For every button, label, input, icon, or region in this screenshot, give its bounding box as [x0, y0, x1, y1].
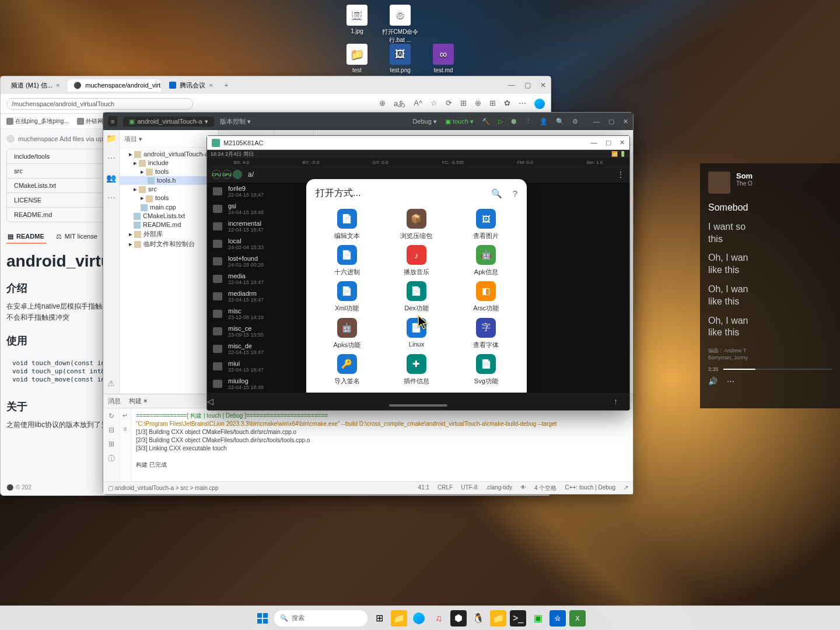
tree-item[interactable]: ▸ tools	[120, 194, 218, 202]
music-panel[interactable]: Som The O Somebod I want so this Oh, I w…	[700, 163, 840, 408]
indent[interactable]: 4 个空格	[534, 484, 556, 492]
build-icon[interactable]: 🔨	[482, 118, 490, 125]
file-item[interactable]: CMakeLists.txt	[7, 178, 105, 193]
progress-bar[interactable]: 3:35	[708, 366, 832, 372]
gesture-handle[interactable]	[389, 404, 447, 407]
path-label[interactable]: a/	[248, 170, 254, 178]
wrap-icon[interactable]: ↵	[123, 412, 128, 419]
taskbar-app[interactable]: 🐧	[470, 610, 487, 626]
more-icon[interactable]: ⋯	[519, 99, 526, 109]
tree-item[interactable]: CMakeLists.txt	[120, 212, 218, 220]
file-item[interactable]: include/tools	[7, 149, 105, 164]
settings-icon[interactable]: ⚙	[572, 118, 578, 125]
open-with-option[interactable]: 🤖Apks功能	[313, 318, 380, 349]
run-button[interactable]: ▷	[498, 118, 503, 125]
favorite-icon[interactable]: ☆	[430, 99, 438, 109]
structure-icon[interactable]: ⋯	[107, 153, 116, 163]
reader-icon[interactable]: aあ	[394, 99, 405, 109]
bookmarks-icon[interactable]: 👥	[106, 173, 116, 183]
search-icon[interactable]: 🔍	[491, 188, 502, 199]
open-with-option[interactable]: ✚插件信息	[383, 354, 450, 386]
build-output[interactable]: ===============[ 构建 | touch | Debug ]===…	[131, 408, 633, 481]
tree-item[interactable]: ▸ android_virtualTouch-a D:\c	[120, 150, 218, 159]
desktop-icon[interactable]: 🖼test.png	[382, 44, 419, 74]
browser-tab[interactable]: ⚫muchenspace/android_virtuallo...×	[68, 79, 161, 92]
project-selector[interactable]: ▣android_virtualTouch-a ▾	[123, 117, 214, 127]
more-tool-icon[interactable]: ⋯	[107, 193, 116, 202]
scroll-icon[interactable]: ≡	[123, 425, 127, 432]
taskbar-app[interactable]: ♫	[430, 610, 447, 626]
back-button[interactable]: ◁	[207, 397, 214, 406]
vcs-menu[interactable]: 版本控制 ▾	[220, 117, 251, 126]
taskbar-app[interactable]: ▣	[530, 610, 546, 626]
run-target[interactable]: ▣ touch ▾	[445, 118, 474, 125]
stop-icon[interactable]: ⊟	[108, 426, 114, 434]
open-with-option[interactable]: 📄编辑文本	[313, 209, 380, 240]
tree-item[interactable]: ▸ src	[120, 185, 218, 194]
open-with-option[interactable]: 📦浏览压缩包	[383, 209, 450, 240]
open-with-option[interactable]: 📄Linux	[383, 318, 450, 349]
translate-icon[interactable]: ⊕	[379, 99, 386, 109]
taskbar-app[interactable]: 📁	[391, 610, 407, 626]
search-icon[interactable]: 🔍	[556, 118, 564, 125]
context[interactable]: C++: touch | Debug	[565, 484, 615, 492]
extensions-icon[interactable]: ⊞	[489, 99, 496, 109]
desktop-icon[interactable]: ∞test.md	[425, 44, 462, 74]
rerun-icon[interactable]: ↻	[108, 412, 114, 420]
taskbar-app[interactable]: >_	[510, 610, 526, 626]
maximize-button[interactable]: ▢	[524, 81, 531, 89]
more-icon[interactable]: ⋮	[617, 170, 625, 179]
text-icon[interactable]: A^	[414, 99, 422, 109]
minimize-button[interactable]: —	[593, 118, 600, 125]
new-tab-button[interactable]: +	[225, 82, 228, 89]
minimize-button[interactable]: —	[591, 139, 597, 146]
tree-item[interactable]: ▸ tools	[120, 167, 218, 176]
tree-item[interactable]: main.cpp	[120, 203, 218, 212]
add-icon[interactable]: ⊕	[475, 99, 481, 109]
open-with-option[interactable]: 📄Svg功能	[453, 354, 520, 386]
open-with-option[interactable]: 🖼查看图片	[453, 209, 520, 240]
close-button[interactable]: ✕	[540, 81, 546, 89]
file-item[interactable]: LICENSE	[7, 193, 105, 208]
user-icon[interactable]: 👤	[540, 118, 548, 125]
browser-tab[interactable]: 腾讯会议×	[163, 79, 218, 92]
problems-icon[interactable]: ⚠	[107, 379, 115, 388]
close-icon[interactable]: ×	[209, 82, 212, 89]
address-bar[interactable]: /muchenspace/android_virtualTouch	[6, 98, 193, 110]
taskbar-app[interactable]: X	[569, 610, 586, 626]
open-with-option[interactable]: ♪播放音乐	[383, 245, 450, 276]
taskbar-app[interactable]: 会	[550, 610, 566, 626]
cursor-position[interactable]: 41:1	[418, 484, 429, 492]
debug-icon[interactable]: ⬢	[511, 118, 517, 125]
lang-hint[interactable]: .clang-tidy	[486, 484, 513, 492]
notifications-icon[interactable]: ↗	[624, 484, 628, 492]
project-tool-icon[interactable]: 📁	[106, 134, 116, 143]
browser-tab[interactable]: 频道 (M1) 信...×	[5, 79, 65, 92]
desktop-icon[interactable]: 🖼1.jpg	[338, 5, 376, 44]
breadcrumb[interactable]: ▢ android_virtualTouch-a > src > main.cp…	[108, 485, 219, 491]
maximize-button[interactable]: ▢	[608, 118, 614, 125]
file-item[interactable]: README.md	[7, 208, 105, 222]
tree-item[interactable]: README.md	[120, 220, 218, 229]
bookmark[interactable]: 在线ping_多地ping...	[6, 117, 69, 125]
more-icon[interactable]: ⋮	[525, 118, 531, 125]
encoding[interactable]: UTF-8	[461, 484, 477, 492]
phone-screen[interactable]: 16:24 2月4日 周日 📶 🔋 BX: 4.0BY: -5.0GX: 0.0…	[207, 150, 629, 410]
up-button[interactable]: ↑	[614, 397, 618, 406]
tab-readme[interactable]: ▤ README	[6, 230, 47, 244]
desktop-icon[interactable]: ⚙打开CMD命令行.bat ...	[382, 5, 419, 44]
close-icon[interactable]: ×	[56, 82, 60, 89]
taskbar-app[interactable]: 📁	[490, 610, 506, 626]
close-button[interactable]: ✕	[620, 139, 625, 146]
volume-icon[interactable]: 🔊	[708, 377, 718, 386]
tree-item[interactable]: ▸ include	[120, 159, 218, 167]
build-config[interactable]: Debug ▾	[412, 118, 436, 125]
close-button[interactable]: ✕	[623, 118, 628, 125]
open-with-option[interactable]: 字查看字体	[453, 318, 520, 349]
taskbar-search[interactable]: 🔍搜索	[274, 610, 368, 626]
tree-item[interactable]: tools.h	[120, 176, 218, 185]
open-with-option[interactable]: 📄Dex功能	[383, 281, 450, 313]
open-with-option[interactable]: 📄十六进制	[313, 245, 380, 276]
open-with-option[interactable]: ◧Arsc功能	[453, 281, 520, 313]
tree-item[interactable]: ▸ 外部库	[120, 229, 218, 239]
